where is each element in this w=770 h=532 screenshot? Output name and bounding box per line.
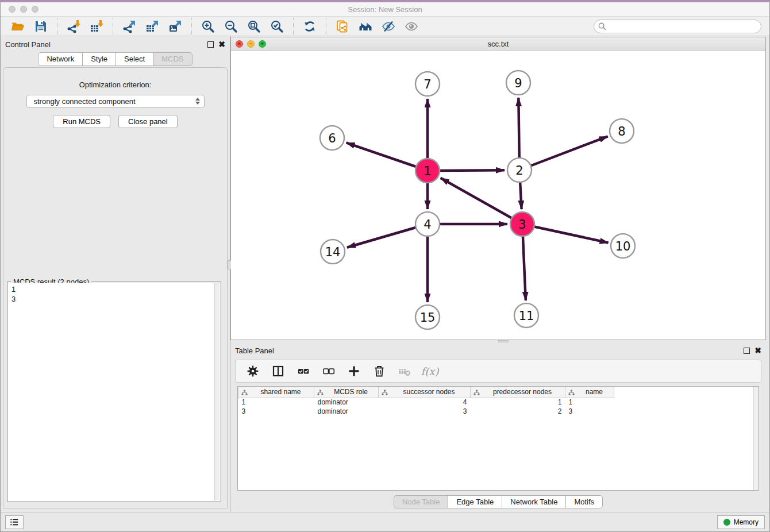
memory-status-icon xyxy=(723,519,730,526)
table-cell[interactable]: 4 xyxy=(379,398,471,407)
network-canvas[interactable]: 1234678910111415 xyxy=(231,51,765,340)
import-table-button[interactable] xyxy=(88,18,105,35)
network-window-titlebar[interactable]: × − + scc.txt xyxy=(231,37,765,51)
optimization-criterion-select[interactable]: strongly connected component xyxy=(26,95,205,108)
close-panel-icon[interactable]: ✖ xyxy=(218,41,225,48)
open-session-button[interactable] xyxy=(9,18,26,35)
mcds-result-list[interactable]: 1 3 xyxy=(8,283,220,501)
table-cell[interactable]: dominator xyxy=(314,398,379,407)
control-panel-title: Control Panel xyxy=(5,40,51,49)
column-header-MCDS-role[interactable]: MCDS role xyxy=(314,387,379,398)
column-header-successor-nodes[interactable]: successor nodes xyxy=(379,387,471,398)
table-row[interactable]: 3dominator323 xyxy=(238,407,614,416)
graph-node-7[interactable]: 7 xyxy=(415,72,440,96)
search-input[interactable] xyxy=(594,20,761,33)
graph-edge-1-6[interactable] xyxy=(346,142,428,171)
graph-node-6[interactable]: 6 xyxy=(320,126,344,150)
toolbar-separator xyxy=(57,18,57,35)
zoom-fit-button[interactable] xyxy=(245,18,263,35)
table-cell[interactable]: 2 xyxy=(471,407,565,416)
memory-button[interactable]: Memory xyxy=(717,515,765,529)
svg-text:9: 9 xyxy=(514,76,522,90)
show-columns-button[interactable] xyxy=(270,363,287,380)
tab-motifs[interactable]: Motifs xyxy=(565,495,603,508)
show-all-button[interactable] xyxy=(403,18,420,35)
import-network-button[interactable] xyxy=(65,18,82,35)
table-cell[interactable]: 3 xyxy=(238,407,314,416)
graph-node-3[interactable]: 3 xyxy=(510,212,534,236)
application-window: Session: New Session Control Panel ✖ Net… xyxy=(0,0,770,532)
search-icon xyxy=(598,22,606,30)
graph-node-9[interactable]: 9 xyxy=(506,71,530,95)
unselect-all-columns-button[interactable] xyxy=(320,363,337,380)
tab-edge-table[interactable]: Edge Table xyxy=(448,495,502,508)
export-network-button[interactable] xyxy=(121,18,138,35)
export-table-button[interactable] xyxy=(144,18,161,35)
zoom-out-button[interactable] xyxy=(222,18,240,35)
table-cell[interactable]: 1 xyxy=(471,398,565,407)
task-history-button[interactable] xyxy=(5,515,24,529)
destroy-table-button xyxy=(396,363,413,380)
column-header-shared-name[interactable]: shared name xyxy=(238,387,314,398)
table-row[interactable]: 1dominator411 xyxy=(238,398,614,407)
svg-text:15: 15 xyxy=(420,311,436,325)
save-session-button[interactable] xyxy=(32,18,49,35)
graph-node-10[interactable]: 10 xyxy=(611,234,635,258)
tab-select[interactable]: Select xyxy=(116,52,153,66)
svg-text:4: 4 xyxy=(424,218,431,232)
svg-text:8: 8 xyxy=(618,125,625,138)
tab-mcds[interactable]: MCDS xyxy=(153,52,192,66)
graph-edge-3-1[interactable] xyxy=(441,178,522,224)
export-image-button[interactable] xyxy=(167,18,184,35)
graph-node-8[interactable]: 8 xyxy=(610,119,634,143)
horizontal-splitter-handle[interactable] xyxy=(498,340,509,342)
svg-text:2: 2 xyxy=(515,164,523,178)
float-table-panel-icon[interactable] xyxy=(744,348,750,354)
svg-text:10: 10 xyxy=(615,240,631,253)
svg-text:6: 6 xyxy=(328,132,336,145)
graph-edge-3-10[interactable] xyxy=(522,224,609,242)
function-builder-button: f(x) xyxy=(421,363,438,380)
add-row-button[interactable] xyxy=(345,363,363,380)
horizontal-splitter[interactable] xyxy=(230,340,766,342)
graph-node-1[interactable]: 1 xyxy=(415,159,440,183)
table-cell[interactable]: 3 xyxy=(379,407,471,416)
toolbar-separator xyxy=(113,18,113,35)
select-spinner-icon xyxy=(195,98,200,105)
graph-node-11[interactable]: 11 xyxy=(514,303,538,327)
table-cell[interactable]: 3 xyxy=(565,407,614,416)
column-header-name[interactable]: name xyxy=(565,387,614,398)
table-cell[interactable]: dominator xyxy=(314,407,379,416)
table-scrollbar[interactable] xyxy=(753,387,759,490)
zoom-selected-button[interactable] xyxy=(268,18,286,35)
hide-selected-button[interactable] xyxy=(380,18,397,35)
apply-layout-button[interactable] xyxy=(301,18,318,35)
delete-row-button[interactable] xyxy=(371,363,388,380)
close-table-panel-icon[interactable]: ✖ xyxy=(754,348,761,354)
table-cell[interactable]: 1 xyxy=(565,398,614,407)
graph-node-14[interactable]: 14 xyxy=(321,240,345,264)
select-all-columns-button[interactable] xyxy=(295,363,312,380)
column-header-predecessor-nodes[interactable]: predecessor nodes xyxy=(471,387,565,398)
first-neighbors-button[interactable] xyxy=(357,18,374,35)
network-window: × − + scc.txt 1234678910111415 xyxy=(230,37,766,340)
close-panel-button[interactable]: Close panel xyxy=(118,115,178,128)
optimization-criterion-value: strongly connected component xyxy=(34,97,136,106)
new-network-from-selection-button[interactable] xyxy=(334,18,351,35)
tab-node-table[interactable]: Node Table xyxy=(394,495,449,508)
tab-network-table[interactable]: Network Table xyxy=(502,495,566,508)
run-mcds-button[interactable]: Run MCDS xyxy=(53,115,110,128)
table-settings-button[interactable] xyxy=(244,363,261,380)
result-scrollbar[interactable] xyxy=(214,283,220,500)
table-toolbar: f(x) xyxy=(235,360,761,383)
graph-node-4[interactable]: 4 xyxy=(415,212,440,236)
graph-node-2[interactable]: 2 xyxy=(507,158,532,182)
tab-style[interactable]: Style xyxy=(82,52,116,66)
table-cell[interactable]: 1 xyxy=(238,398,314,407)
node-table[interactable]: shared nameMCDS rolesuccessor nodesprede… xyxy=(237,386,759,491)
zoom-in-button[interactable] xyxy=(199,18,217,35)
float-panel-icon[interactable] xyxy=(207,41,214,48)
graph-edge-2-8[interactable] xyxy=(519,136,608,170)
graph-node-15[interactable]: 15 xyxy=(415,305,440,329)
tab-network[interactable]: Network xyxy=(38,52,83,66)
